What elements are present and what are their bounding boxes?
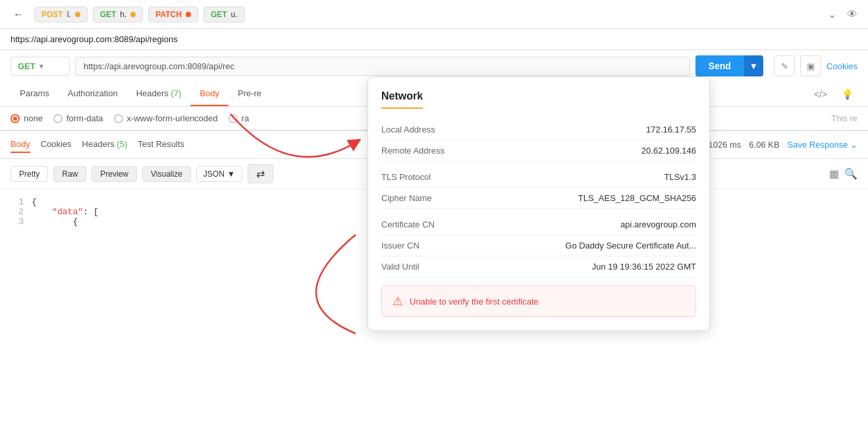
network-value-remote-address: 20.62.109.146 [641, 146, 696, 156]
response-size: 6.06 KB [749, 140, 779, 150]
format-preview-button[interactable]: Preview [92, 166, 137, 182]
network-row-remote-address: Remote Address 20.62.109.146 [381, 140, 696, 162]
network-row-cipher-name: Cipher Name TLS_AES_128_GCM_SHA256 [381, 188, 696, 209]
format-type-chevron: ▼ [227, 169, 235, 179]
network-label-remote-address: Remote Address [381, 146, 445, 156]
tab-label-get1: h. [120, 10, 126, 19]
back-button[interactable]: ← [8, 6, 29, 23]
tab-post[interactable]: POST l. [34, 7, 88, 22]
radio-urlencoded-dot [114, 114, 123, 123]
radio-urlencoded-label: x-www-form-urlencoded [127, 113, 218, 123]
cert-error-banner: ⚠ Unable to verify the first certificate [381, 285, 696, 317]
network-value-valid-until: Jun 19 19:36:15 2022 GMT [592, 262, 696, 272]
tab-headers[interactable]: Headers (7) [127, 82, 191, 106]
format-raw-button[interactable]: Raw [53, 166, 86, 182]
body-placeholder-text: This re [831, 113, 857, 123]
network-value-cipher-name: TLS_AES_128_GCM_SHA256 [578, 193, 696, 203]
radio-form-data-label: form-data [67, 113, 103, 123]
resp-tab-headers[interactable]: Headers (5) [82, 136, 128, 153]
main-content: GET ▼ Send ▼ ✎ ▣ Cookies Params Authoriz… [0, 50, 868, 441]
tab-method-get1: GET [100, 10, 117, 19]
radio-raw-label: ra [242, 113, 250, 123]
line-number-3: 3 [11, 217, 24, 227]
radio-urlencoded[interactable]: x-www-form-urlencoded [114, 113, 218, 123]
network-label-certificate-cn: Certificate CN [381, 220, 435, 229]
code-content-2: "data": [ [32, 207, 98, 217]
tab-label-get2: u. [231, 10, 238, 19]
tab-label-post: l. [67, 10, 71, 19]
radio-none-dot [11, 114, 20, 123]
network-row-issuer-cn: Issuer CN Go Daddy Secure Certificate Au… [381, 235, 696, 256]
comment-icon[interactable]: ▣ [800, 55, 821, 76]
warning-icon: ⚠ [393, 294, 403, 309]
network-value-certificate-cn: api.arevogroup.com [620, 220, 696, 229]
network-label-issuer-cn: Issuer CN [381, 241, 420, 250]
save-response-button[interactable]: Save Response ⌄ [788, 140, 857, 150]
resp-tab-test-results[interactable]: Test Results [138, 136, 184, 153]
tab-get-1[interactable]: GET h. [93, 7, 144, 22]
method-value: GET [18, 61, 36, 71]
resp-tab-cookies[interactable]: Cookies [41, 136, 72, 153]
network-value-local-address: 172.16.17.55 [646, 125, 696, 134]
response-time: 1026 ms [708, 140, 741, 150]
tab-patch[interactable]: PATCH [148, 7, 198, 22]
code-content-3: { [32, 217, 78, 227]
tab-authorization[interactable]: Authorization [59, 82, 127, 106]
format-type-select[interactable]: JSON ▼ [196, 166, 242, 182]
radio-none[interactable]: none [11, 113, 43, 123]
method-select[interactable]: GET ▼ [11, 57, 70, 76]
format-pretty-button[interactable]: Pretty [11, 166, 48, 182]
network-row-local-address: Local Address 172.16.17.55 [381, 119, 696, 140]
eye-icon[interactable]: 👁 [844, 6, 860, 23]
network-row-certificate-cn: Certificate CN api.arevogroup.com [381, 214, 696, 235]
bulb-icon[interactable]: 💡 [836, 84, 857, 105]
line-number-2: 2 [11, 207, 24, 217]
format-visualize-button[interactable]: Visualize [142, 166, 191, 182]
resp-tab-body[interactable]: Body [11, 136, 30, 153]
cookies-link[interactable]: Cookies [827, 56, 857, 76]
code-icon[interactable]: </> [810, 84, 831, 105]
tab-method-get2: GET [211, 10, 227, 19]
network-label-local-address: Local Address [381, 125, 435, 134]
search-icon[interactable]: 🔍 [844, 167, 857, 180]
network-label-cipher-name: Cipher Name [381, 193, 432, 203]
network-label-tls-protocol: TLS Protocol [381, 172, 431, 182]
url-input[interactable] [75, 57, 690, 76]
method-chevron-icon: ▼ [38, 63, 45, 70]
tab-prere[interactable]: Pre-re [229, 82, 271, 106]
tab-bar: ← POST l. GET h. PATCH GET u. ⌄ 👁 [0, 0, 868, 29]
radio-form-data-dot [53, 114, 63, 123]
right-icons: ⌄ 👁 [825, 5, 860, 23]
copy-button[interactable]: ▦ [829, 167, 839, 180]
cert-error-text: Unable to verify the first certificate [410, 297, 539, 307]
network-value-issuer-cn: Go Daddy Secure Certificate Aut... [565, 241, 696, 250]
code-content-1: { [32, 197, 37, 207]
url-display-text: https://api.arevogroup.com:8089/api/regi… [11, 34, 178, 44]
network-label-valid-until: Valid Until [381, 262, 420, 272]
radio-raw-dot [229, 114, 238, 123]
tab-dot-patch [186, 12, 191, 17]
edit-icon[interactable]: ✎ [774, 55, 795, 76]
radio-none-label: none [24, 113, 43, 123]
line-number-1: 1 [11, 197, 24, 207]
url-display-bar: https://api.arevogroup.com:8089/api/regi… [0, 29, 868, 50]
network-popup: Network Local Address 172.16.17.55 Remot… [367, 76, 710, 331]
right-side-icons: ✎ ▣ Cookies [774, 55, 857, 76]
chevron-down-icon[interactable]: ⌄ [825, 5, 839, 23]
wrap-text-button[interactable]: ⇄ [248, 164, 273, 183]
send-chevron-button[interactable]: ▼ [744, 55, 763, 76]
network-title: Network [381, 90, 696, 119]
network-value-tls-protocol: TLSv1.3 [665, 172, 696, 182]
format-type-value: JSON [203, 169, 225, 179]
tab-dot-post [75, 12, 80, 17]
tab-body[interactable]: Body [190, 82, 229, 106]
send-button[interactable]: Send [695, 55, 744, 76]
radio-raw[interactable]: ra [229, 113, 250, 123]
tab-params[interactable]: Params [11, 82, 59, 106]
tab-dot-get1 [130, 12, 136, 17]
radio-form-data[interactable]: form-data [53, 113, 103, 123]
tab-get-2[interactable]: GET u. [203, 7, 245, 22]
network-row-tls-protocol: TLS Protocol TLSv1.3 [381, 167, 696, 188]
network-row-valid-until: Valid Until Jun 19 19:36:15 2022 GMT [381, 256, 696, 278]
send-group: Send ▼ [695, 55, 763, 76]
